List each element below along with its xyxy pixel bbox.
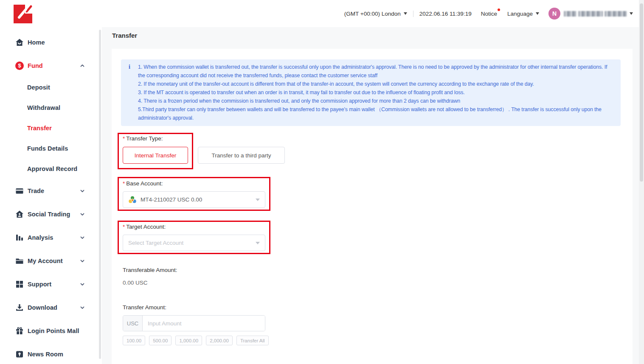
- sidebar-item-approval-record[interactable]: Approval Record: [0, 159, 102, 179]
- chevron-down-icon: [80, 235, 85, 240]
- chevron-down-icon: [80, 305, 85, 310]
- main-area: (GMT +00:00) London 2022.06.16 11:39:19 …: [102, 0, 639, 364]
- page-scrollbar-track: [639, 0, 644, 364]
- fund-icon: $: [15, 62, 24, 70]
- sidebar-item-label: My Account: [28, 258, 63, 264]
- base-account-select[interactable]: MT4-2110027 USC 0.00: [123, 191, 265, 208]
- language-dropdown[interactable]: Language: [507, 11, 539, 17]
- timezone-label: (GMT +00:00) London: [344, 11, 401, 17]
- news-room-icon: [15, 350, 24, 358]
- sidebar-item-label: Download: [28, 304, 57, 311]
- server-datetime: 2022.06.16 11:39:19: [419, 11, 472, 17]
- base-account-value: MT4-2110027 USC 0.00: [141, 196, 202, 203]
- download-icon: [15, 303, 24, 312]
- sidebar-scrollbar[interactable]: [99, 30, 101, 359]
- topbar-divider: [413, 11, 413, 17]
- target-account-label: *Target Account:: [123, 224, 166, 230]
- sidebar-item-deposit[interactable]: Deposit: [0, 77, 102, 98]
- sidebar-item-analysis[interactable]: Analysis: [0, 226, 102, 249]
- sidebar-item-label: Home: [28, 39, 45, 46]
- sidebar-item-label: Fund: [28, 62, 43, 69]
- social-trading-icon: [15, 210, 24, 218]
- notice-label: Notice: [481, 11, 497, 17]
- sidebar-item-news-room[interactable]: News Room: [0, 342, 102, 364]
- sidebar-item-my-account[interactable]: My Account: [0, 249, 102, 272]
- avatar-initial: N: [552, 10, 557, 17]
- caret-down-icon: [536, 12, 539, 15]
- sidebar-item-label: Funds Details: [27, 145, 68, 152]
- chevron-up-icon: [80, 63, 85, 68]
- sidebar-nav: Home $ Fund Deposit Withdrawal Transfer …: [0, 31, 102, 364]
- user-menu[interactable]: [564, 11, 633, 17]
- transfer-all-button[interactable]: Transfer All: [236, 336, 269, 345]
- chevron-down-icon: [80, 212, 85, 217]
- transferable-amount-value: 0.00 USC: [123, 280, 148, 286]
- notice-line: 3. If the MT account is operated to tran…: [138, 88, 615, 97]
- amount-input[interactable]: [143, 316, 265, 331]
- sidebar-item-trade[interactable]: Trade: [0, 179, 102, 202]
- quick-amount-button[interactable]: 500.00: [149, 336, 172, 345]
- sidebar-item-label: News Room: [28, 351, 63, 358]
- sidebar-item-label: Login Points Mall: [28, 328, 79, 334]
- select-caret-icon: [256, 242, 260, 244]
- my-account-icon: [15, 257, 24, 265]
- notice-line: 5.Third party transfer can only transfer…: [138, 105, 615, 122]
- app-window: Home $ Fund Deposit Withdrawal Transfer …: [0, 0, 644, 364]
- currency-prefix: USC: [123, 316, 143, 331]
- sidebar-item-label: Analysis: [28, 234, 53, 241]
- sidebar-item-label: Transfer: [27, 125, 52, 132]
- target-account-select[interactable]: Select Target Account: [123, 235, 265, 251]
- sidebar-item-label: Social Trading: [28, 211, 70, 218]
- caret-down-icon: [630, 12, 633, 15]
- sidebar-item-label: Deposit: [27, 84, 50, 91]
- third-party-transfer-button[interactable]: Transfer to a third party: [198, 147, 285, 164]
- sidebar-item-label: Trade: [28, 188, 44, 194]
- chevron-down-icon: [80, 188, 85, 193]
- sidebar-item-transfer[interactable]: Transfer: [0, 118, 102, 138]
- select-caret-icon: [256, 199, 260, 201]
- transfer-type-label: *Transfer Type:: [123, 135, 163, 142]
- info-icon: i: [129, 63, 130, 71]
- transferable-amount-label: Transferable Amount:: [123, 267, 177, 273]
- chevron-down-icon: [80, 258, 85, 263]
- sidebar-item-home[interactable]: Home: [0, 31, 102, 54]
- base-account-label: *Base Account:: [123, 180, 163, 187]
- sidebar-item-fund[interactable]: $ Fund: [0, 54, 102, 77]
- quick-amount-button[interactable]: 100.00: [123, 336, 145, 345]
- quick-amount-button[interactable]: 2,000.00: [206, 336, 233, 345]
- mt4-platform-icon: [128, 196, 137, 204]
- sidebar-item-label: Support: [28, 281, 51, 288]
- sidebar-item-support[interactable]: Support: [0, 272, 102, 296]
- user-name-redacted: [564, 11, 627, 17]
- notice-box: i 1. When the commission wallet is trans…: [121, 59, 621, 126]
- trade-icon: [15, 187, 24, 195]
- quick-amount-row: 100.00 500.00 1,000.00 2,000.00 Transfer…: [123, 336, 269, 345]
- notice-unread-dot: [498, 8, 500, 11]
- transfer-card: i 1. When the commission wallet is trans…: [112, 49, 633, 364]
- chevron-down-icon: [80, 282, 85, 287]
- home-icon: [15, 38, 24, 47]
- sidebar-item-funds-details[interactable]: Funds Details: [0, 138, 102, 159]
- analysis-icon: [15, 233, 24, 242]
- page-scrollbar-thumb[interactable]: [640, 3, 643, 182]
- sidebar-item-download[interactable]: Download: [0, 296, 102, 319]
- notice-line: 4. There is a frozen period when the com…: [138, 97, 615, 105]
- sidebar-item-label: Withdrawal: [27, 104, 60, 111]
- gift-icon: [15, 327, 24, 335]
- sidebar-item-login-points-mall[interactable]: Login Points Mall: [0, 319, 102, 342]
- timezone-dropdown[interactable]: (GMT +00:00) London: [344, 11, 407, 17]
- internal-transfer-button[interactable]: Internal Transfer: [123, 147, 188, 164]
- language-label: Language: [507, 11, 533, 17]
- quick-amount-button[interactable]: 1,000.00: [175, 336, 202, 345]
- target-account-placeholder: Select Target Account: [128, 240, 183, 246]
- sidebar-item-social-trading[interactable]: Social Trading: [0, 202, 102, 226]
- support-icon: [15, 280, 24, 288]
- page-title: Transfer: [112, 32, 137, 39]
- sidebar-item-withdrawal[interactable]: Withdrawal: [0, 98, 102, 118]
- brand-logo-icon[interactable]: [14, 5, 37, 23]
- caret-down-icon: [404, 12, 407, 15]
- topbar: (GMT +00:00) London 2022.06.16 11:39:19 …: [102, 0, 639, 27]
- notice-link[interactable]: Notice: [481, 11, 497, 17]
- notice-line: 1. When the commission wallet is transfe…: [138, 63, 615, 80]
- user-avatar[interactable]: N: [548, 8, 560, 20]
